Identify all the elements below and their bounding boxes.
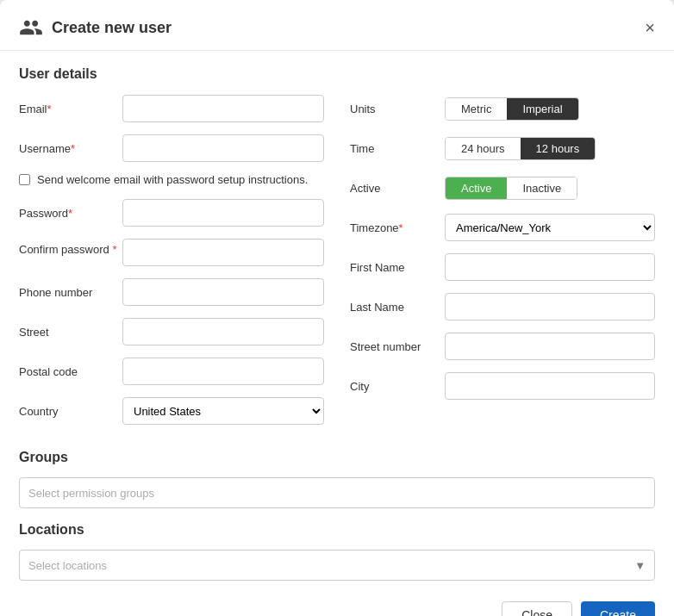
postal-input[interactable] <box>122 358 324 385</box>
time-label: Time <box>350 142 445 155</box>
modal-title: Create new user <box>52 19 172 37</box>
email-row: Email* <box>19 94 324 123</box>
imperial-button[interactable]: Imperial <box>507 98 577 120</box>
active-row: Active Active Inactive <box>350 173 655 202</box>
create-button[interactable]: Create <box>581 601 655 616</box>
email-label: Email* <box>19 103 122 115</box>
timezone-row: Timezone* America/New_York America/Los_A… <box>350 213 655 242</box>
user-details-title: User details <box>19 66 655 82</box>
close-icon-button[interactable]: × <box>645 19 655 36</box>
street-number-row: Street number <box>350 332 655 361</box>
username-row: Username* <box>19 134 324 163</box>
street-number-label: Street number <box>350 340 445 353</box>
street-input[interactable] <box>122 318 324 345</box>
phone-row: Phone number <box>19 277 324 307</box>
units-row: Units Metric Imperial <box>350 94 655 123</box>
city-label: City <box>350 380 445 393</box>
metric-button[interactable]: Metric <box>446 98 507 120</box>
locations-section: Locations Select locations ▼ <box>19 522 655 581</box>
confirm-password-input[interactable] <box>122 239 324 266</box>
groups-select[interactable]: Select permission groups <box>19 477 655 508</box>
first-name-label: First Name <box>350 261 445 274</box>
locations-placeholder: Select locations <box>28 559 107 572</box>
welcome-email-label: Send welcome email with password setup i… <box>37 173 308 186</box>
groups-section: Groups Select permission groups <box>19 450 655 508</box>
timezone-label: Timezone* <box>350 221 445 234</box>
time-toggle-group: 24 hours 12 hours <box>445 137 596 160</box>
last-name-row: Last Name <box>350 292 655 321</box>
postal-row: Postal code <box>19 357 324 386</box>
password-input[interactable] <box>122 199 324 227</box>
form-grid: Email* Username* Send welcome email with… <box>19 94 655 436</box>
last-name-input[interactable] <box>445 293 655 320</box>
inactive-button[interactable]: Inactive <box>507 177 577 199</box>
street-number-input[interactable] <box>445 333 655 360</box>
modal-body: User details Email* Username* <box>0 51 674 581</box>
units-label: Units <box>350 103 445 115</box>
password-label: Password* <box>19 207 122 220</box>
phone-input[interactable] <box>122 278 324 306</box>
last-name-label: Last Name <box>350 301 445 314</box>
confirm-password-label: Confirm password * <box>19 238 122 256</box>
groups-title: Groups <box>19 450 655 465</box>
close-button[interactable]: Close <box>502 601 572 616</box>
locations-title: Locations <box>19 522 655 538</box>
first-name-input[interactable] <box>445 253 655 281</box>
header-left: Create new user <box>19 16 172 40</box>
24-hours-button[interactable]: 24 hours <box>446 138 521 159</box>
active-label: Active <box>350 182 445 195</box>
modal-header: Create new user × <box>0 0 674 51</box>
country-row: Country United States Canada United King… <box>19 396 324 426</box>
user-icon <box>19 16 43 40</box>
country-label: Country <box>19 405 122 418</box>
active-toggle-group: Active Inactive <box>445 177 577 200</box>
groups-placeholder: Select permission groups <box>28 487 154 500</box>
locations-select[interactable]: Select locations ▼ <box>19 550 655 581</box>
12-hours-button[interactable]: 12 hours <box>521 138 596 159</box>
create-user-modal: Create new user × User details Email* Us… <box>0 0 674 616</box>
email-input[interactable] <box>122 95 324 122</box>
time-row: Time 24 hours 12 hours <box>350 134 655 163</box>
street-row: Street <box>19 317 324 346</box>
active-button[interactable]: Active <box>446 177 507 199</box>
modal-footer: Close Create <box>0 589 674 616</box>
welcome-email-checkbox[interactable] <box>19 174 30 185</box>
city-input[interactable] <box>445 372 655 400</box>
right-column: Units Metric Imperial Time 24 hours 12 h… <box>350 94 655 436</box>
street-label: Street <box>19 326 122 339</box>
postal-label: Postal code <box>19 365 122 378</box>
username-label: Username* <box>19 142 122 155</box>
confirm-password-row: Confirm password * <box>19 238 324 267</box>
left-column: Email* Username* Send welcome email with… <box>19 94 324 436</box>
first-name-row: First Name <box>350 252 655 282</box>
city-row: City <box>350 371 655 401</box>
locations-arrow-icon: ▼ <box>634 559 646 572</box>
welcome-email-row: Send welcome email with password setup i… <box>19 173 324 186</box>
phone-label: Phone number <box>19 286 122 299</box>
country-select[interactable]: United States Canada United Kingdom Aust… <box>122 397 324 425</box>
units-toggle-group: Metric Imperial <box>445 97 579 121</box>
username-input[interactable] <box>122 134 324 162</box>
password-row: Password* <box>19 198 324 227</box>
timezone-select[interactable]: America/New_York America/Los_Angeles UTC <box>445 214 655 241</box>
